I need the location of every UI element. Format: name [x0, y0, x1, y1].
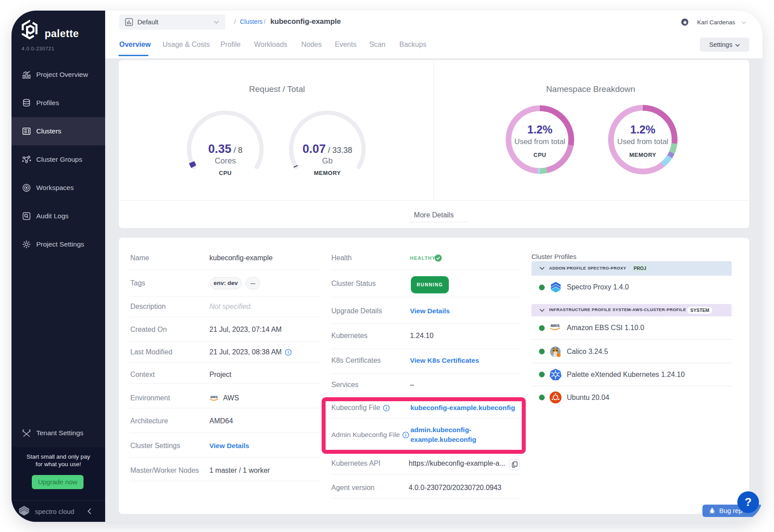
svg-text:aws: aws: [210, 395, 218, 399]
svg-text:aws: aws: [550, 323, 560, 328]
